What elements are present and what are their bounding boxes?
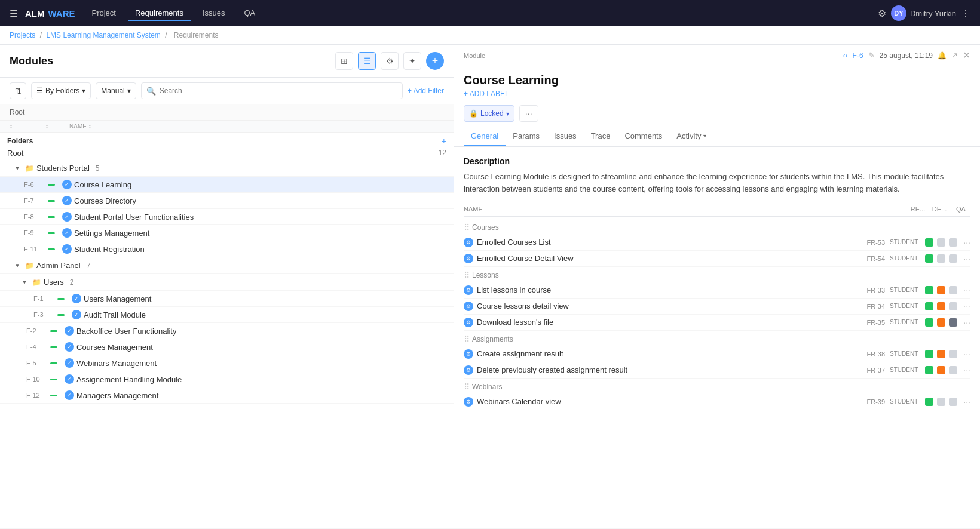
tab-issues[interactable]: Issues <box>547 127 584 146</box>
close-icon[interactable]: ✕ <box>963 50 970 61</box>
more-options-icon[interactable]: ··· <box>963 302 970 311</box>
list-item[interactable]: F-3 ✓ Audit Trail Module <box>0 307 454 323</box>
grid-view-btn[interactable]: ⊞ <box>335 52 353 70</box>
edit-icon[interactable]: ✎ <box>868 51 875 60</box>
req-row[interactable]: ⚙ Create assignment result FR-38 STUDENT… <box>464 346 970 362</box>
more-options-icon[interactable]: ··· <box>963 349 970 359</box>
nav-issues[interactable]: Issues <box>195 6 232 21</box>
tab-trace[interactable]: Trace <box>584 127 618 146</box>
req-id: FR-38 <box>867 350 886 358</box>
manual-dropdown[interactable]: Manual ▾ <box>96 82 136 99</box>
by-folders-dropdown[interactable]: ☰ By Folders ▾ <box>31 82 91 99</box>
req-role: STUDENT <box>890 303 918 309</box>
status-dot-de <box>937 318 945 327</box>
tab-general[interactable]: General <box>464 127 506 146</box>
sort-button[interactable]: ⇅ <box>10 82 26 99</box>
more-options-icon[interactable]: ··· <box>963 318 970 327</box>
item-id: F-2 <box>26 327 48 334</box>
req-row[interactable]: ⚙ Enrolled Courses List FR-53 STUDENT ··… <box>464 235 970 251</box>
status-dot-de <box>937 366 945 374</box>
users-subfolder[interactable]: ▼ 📁 Users 2 <box>0 274 454 291</box>
requirement-id[interactable]: F-6 <box>853 51 863 60</box>
list-item[interactable]: F-10 ✓ Assignement Handling Module <box>0 371 454 387</box>
re-col-header: RE... <box>908 205 927 213</box>
status-dot-re <box>925 318 933 327</box>
courses-group-label: ⠿ Courses <box>464 219 970 235</box>
req-row[interactable]: ⚙ List lessons in course FR-33 STUDENT ·… <box>464 282 970 299</box>
item-id: F-9 <box>24 229 45 236</box>
req-role: STUDENT <box>890 239 918 245</box>
item-name: Users Management <box>84 294 449 303</box>
nav-qa[interactable]: QA <box>237 6 262 21</box>
more-options-icon[interactable]: ··· <box>963 285 970 295</box>
locked-tag[interactable]: 🔒 Locked ▾ <box>464 105 514 122</box>
search-input[interactable] <box>160 87 397 95</box>
list-item[interactable]: F-8 ✓ Student Portal User Functionalitie… <box>0 209 454 225</box>
req-icon: ⚙ <box>464 397 473 407</box>
item-name: Student Registration <box>74 245 449 254</box>
drag-handle-icon: ⠿ <box>464 334 470 344</box>
settings-view-btn[interactable]: ⚙ <box>381 52 399 70</box>
more-options-icon[interactable]: ··· <box>963 254 970 263</box>
hamburger-icon[interactable]: ☰ <box>10 8 18 19</box>
item-name: Settings Management <box>74 229 449 238</box>
list-item[interactable]: F-9 ✓ Settings Management <box>0 225 454 241</box>
breadcrumb-lms[interactable]: LMS Learning Management System <box>46 31 160 39</box>
list-item[interactable]: F-1 ✓ Users Management <box>0 291 454 307</box>
nav-requirements[interactable]: Requirements <box>128 6 191 21</box>
list-item[interactable]: F-4 ✓ Courses Management <box>0 339 454 355</box>
settings-icon[interactable]: ⚙ <box>878 8 886 19</box>
list-item[interactable]: F-7 ✓ Courses Directory <box>0 193 454 209</box>
list-item[interactable]: F-6 ✓ Course Learning <box>0 177 454 193</box>
avatar: DY <box>891 5 906 21</box>
priority-indicator <box>48 216 60 218</box>
tree-area: Root ↕ ↕ NAME ↕ Folders + Root 12 ▼ 📁 St… <box>0 104 454 528</box>
breadcrumb-projects[interactable]: Projects <box>10 31 35 39</box>
status-dot-re <box>925 366 933 374</box>
list-item[interactable]: F-11 ✓ Student Registration <box>0 241 454 257</box>
students-portal-folder[interactable]: ▼ 📁 Students Portal 5 <box>0 160 454 177</box>
tag-more-btn[interactable]: ··· <box>519 105 538 122</box>
tab-params[interactable]: Params <box>506 127 547 146</box>
external-link-icon[interactable]: ↗ <box>951 51 958 60</box>
more-options-icon[interactable]: ··· <box>963 238 970 247</box>
user-menu[interactable]: DY Dmitry Yurkin <box>891 5 956 21</box>
req-name: Download lesson's file <box>477 318 863 327</box>
req-id: FR-35 <box>867 319 886 326</box>
list-item[interactable]: F-5 ✓ Webinars Management <box>0 355 454 371</box>
add-module-button[interactable]: + <box>426 52 444 70</box>
req-row[interactable]: ⚙ Delete previously created assignment r… <box>464 362 970 379</box>
req-id: FR-34 <box>867 303 886 310</box>
req-row[interactable]: ⚙ Download lesson's file FR-35 STUDENT ·… <box>464 315 970 331</box>
req-row[interactable]: ⚙ Course lessons detail view FR-34 STUDE… <box>464 299 970 315</box>
req-row[interactable]: ⚙ Enrolled Course Detail View FR-54 STUD… <box>464 251 970 267</box>
add-folder-btn[interactable]: + <box>442 136 446 146</box>
item-name: Backoffice User Functionality <box>76 327 449 336</box>
list-item[interactable]: F-12 ✓ Managers Management <box>0 387 454 404</box>
search-box[interactable]: 🔍 <box>141 82 403 99</box>
more-options-icon[interactable]: ··· <box>963 365 970 375</box>
filter-view-btn[interactable]: ✦ <box>403 52 421 70</box>
req-id: FR-53 <box>867 239 886 246</box>
more-options-icon[interactable]: ··· <box>963 397 970 407</box>
rp-header: Module ‹› F-6 ✎ 25 august, 11:19 🔔 ↗ ✕ <box>454 45 980 66</box>
main-layout: Modules ⊞ ☰ ⚙ ✦ + ⇅ ☰ By Folders ▾ Manua… <box>0 45 980 528</box>
status-dot-qa <box>949 302 957 310</box>
tab-comments[interactable]: Comments <box>617 127 669 146</box>
root-folder-row[interactable]: Root 12 <box>0 147 454 160</box>
admin-panel-label: Admin Panel <box>36 261 81 270</box>
tab-activity[interactable]: Activity ▾ <box>669 127 713 146</box>
req-role: STUDENT <box>890 255 918 262</box>
add-label-btn[interactable]: + ADD LABEL <box>454 90 980 103</box>
req-row[interactable]: ⚙ Webinars Calendar view FR-39 STUDENT ·… <box>464 394 970 410</box>
bell-icon[interactable]: 🔔 <box>938 51 947 60</box>
list-view-btn[interactable]: ☰ <box>358 52 376 70</box>
admin-panel-folder[interactable]: ▼ 📁 Admin Panel 7 <box>0 257 454 274</box>
nav-project[interactable]: Project <box>85 6 123 21</box>
add-filter-btn[interactable]: + Add Filter <box>408 87 444 95</box>
status-dot-de <box>937 302 945 310</box>
list-item[interactable]: F-2 ✓ Backoffice User Functionality <box>0 323 454 339</box>
status-dot-qa <box>949 318 957 327</box>
item-id: F-5 <box>26 359 48 367</box>
more-options-icon[interactable]: ⋮ <box>961 8 970 19</box>
